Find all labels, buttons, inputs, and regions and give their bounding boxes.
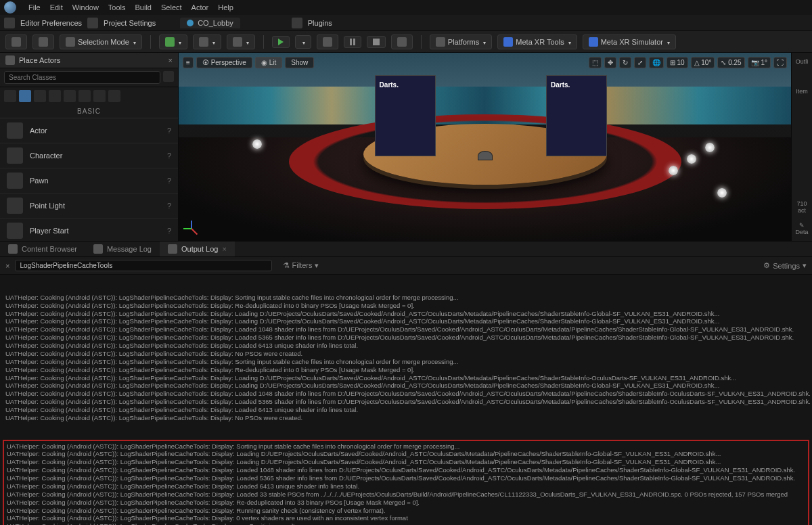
play-options-button[interactable] [295,35,311,49]
recent-icon[interactable] [4,90,16,102]
perspective-dropdown[interactable]: ⦿ Perspective [196,57,252,68]
ue-logo-icon [4,1,16,14]
blueprint-icon [199,37,208,47]
clear-filter-icon[interactable]: × [5,262,9,270]
skip-button[interactable] [317,35,338,49]
menu-select[interactable]: Select [157,3,186,12]
save-icon [12,37,21,47]
actor-item-character[interactable]: Character? [0,143,178,168]
maximize-button[interactable]: ⛶ [773,57,787,68]
log-tab-output-log[interactable]: Output Log× [160,242,235,256]
actor-item-pointlight[interactable]: Point Light? [0,193,178,219]
xr-tools-dropdown[interactable]: Meta XR Tools [497,35,577,49]
lights-icon[interactable] [34,90,46,102]
log-tab-content-browser[interactable]: Content Browser [0,242,85,256]
log-settings-button[interactable]: ⚙ Settings ▾ [763,261,807,270]
platforms-dropdown[interactable]: Platforms [430,35,492,49]
lit-dropdown[interactable]: ◉ Lit [255,57,282,68]
help-icon[interactable]: ? [167,152,171,160]
right-panels: Outli Item 710 act ✎ Deta [792,53,812,241]
viewport[interactable]: Darts. Darts. ≡ ⦿ Perspective ◉ Lit Show… [179,53,792,241]
top-tab-row: Editor Preferences Project Settings CO_L… [0,15,812,31]
browse-button[interactable] [32,35,54,49]
plugins-link[interactable]: Plugins [308,19,332,27]
transform-rotate-button[interactable]: ↻ [619,57,631,68]
snap-angle-button[interactable]: △ 10° [691,57,715,68]
plugins-icon[interactable] [292,18,302,28]
editor-prefs-link[interactable]: Editor Preferences [20,19,82,27]
eject-icon [397,37,407,47]
snap-scale-button[interactable]: ⤡ 0.25 [717,57,744,68]
actor-list: Actor?Character?Pawn?Point Light?Player … [0,118,178,241]
volumes-icon[interactable] [93,90,106,102]
close-icon[interactable]: × [168,56,173,64]
outliner-tab[interactable]: Outli [793,55,811,68]
log-filter-input[interactable] [15,260,272,271]
menu-window[interactable]: Window [68,3,103,12]
coord-space-button[interactable]: 🌐 [649,57,664,68]
help-icon[interactable]: ? [167,202,171,210]
log-tab-message-log[interactable]: Message Log [85,242,160,256]
character-icon [7,147,23,164]
menu-edit[interactable]: Edit [46,3,67,12]
log-output[interactable]: UATHelper: Cooking (Android (ASTC)): Log… [0,275,812,525]
xr-sim-dropdown[interactable]: Meta XR Simulator [583,35,676,49]
transform-select-button[interactable]: ⬚ [589,57,602,68]
cinematics-button[interactable] [227,35,255,49]
filters-dropdown[interactable]: ⚗ Filters ▾ [277,260,323,271]
help-icon[interactable]: ? [167,177,171,185]
project-settings-icon[interactable] [87,18,98,28]
show-dropdown[interactable]: Show [285,57,314,68]
gear-icon[interactable] [163,71,174,82]
menu-help[interactable]: Help [214,3,238,12]
actor-count: 710 act [793,198,811,216]
menu-tools[interactable]: Tools [104,3,130,12]
stop-button[interactable] [367,36,386,48]
snap-grid-button[interactable]: ⊞ 10 [667,57,688,68]
main-toolbar: Selection Mode Platforms Meta XR Tools M… [0,31,812,53]
browse-icon [39,37,48,47]
play-button[interactable] [272,36,290,48]
skip-icon [323,37,332,47]
scene-3d: Darts. Darts. [179,53,791,241]
shapes-icon[interactable] [49,90,61,102]
cinematic-icon[interactable] [64,90,76,102]
actor-item-playerstart[interactable]: Player Start? [0,219,178,241]
actor-item-pawn[interactable]: Pawn? [0,168,178,193]
outliner-item: Item [793,85,811,97]
blueprint-button[interactable] [193,35,221,49]
menu-build[interactable]: Build [131,3,156,12]
details-tab[interactable]: ✎ Deta [793,219,811,238]
editor-prefs-icon[interactable] [4,18,15,28]
category-icons [0,87,178,105]
transform-scale-button[interactable]: ⤢ [634,57,646,68]
transform-move-button[interactable]: ✥ [604,57,616,68]
add-content-button[interactable] [159,35,187,49]
place-actors-tab[interactable]: Place Actors × [0,53,178,68]
menu-file[interactable]: File [24,3,45,12]
eject-button[interactable] [391,35,413,49]
close-icon[interactable]: × [222,245,226,253]
help-icon[interactable]: ? [167,127,171,135]
all-icon[interactable] [108,90,120,102]
actor-item-actor[interactable]: Actor? [0,118,178,143]
log-section: Content BrowserMessage LogOutput Log× × … [0,241,812,525]
project-settings-link[interactable]: Project Settings [104,19,156,27]
pause-button[interactable] [344,36,361,48]
basic-header: BASIC [0,105,178,118]
help-icon[interactable]: ? [167,227,171,235]
save-button[interactable] [5,35,27,49]
stop-icon [373,39,380,45]
level-tab[interactable]: CO_Lobby [180,18,240,28]
meta-icon [589,37,598,47]
viewport-options-button[interactable]: ≡ [183,57,194,68]
basic-icon[interactable] [19,90,31,102]
place-actors-icon [5,55,15,65]
selection-mode-dropdown[interactable]: Selection Mode [60,35,142,49]
cursor-icon [66,37,75,47]
meta-icon [503,37,513,47]
visual-icon[interactable] [78,90,91,102]
menu-actor[interactable]: Actor [187,3,213,12]
search-classes-input[interactable] [4,71,160,84]
camera-speed-button[interactable]: 📷 1° [748,57,771,68]
